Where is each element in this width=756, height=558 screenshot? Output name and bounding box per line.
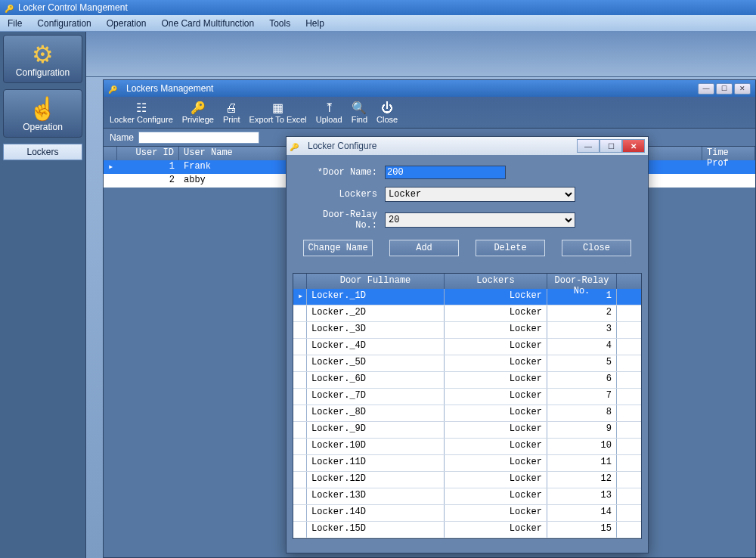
excel-icon: ▦	[249, 101, 307, 115]
child-toolbar: ☷ Locker Configure 🔑 Privilege 🖨 Print ▦…	[104, 97, 755, 129]
user-header-time: Time Prof	[702, 147, 755, 160]
user-header-id: User ID	[117, 147, 179, 160]
sidebar-item-label: Lockers	[26, 147, 58, 157]
child-title: Lockers Management	[126, 83, 213, 94]
delete-button[interactable]: Delete	[476, 240, 545, 256]
tool-locker-configure[interactable]: ☷ Locker Configure	[110, 101, 173, 124]
main-menubar: File Configuration Operation One Card Mu…	[0, 15, 756, 32]
door-table-header: Door Fullname Lockers Door-Relay No.	[293, 274, 641, 289]
menu-help[interactable]: Help	[305, 18, 324, 29]
sidebar-item-operation[interactable]: ☝️ Operation	[3, 89, 82, 138]
dialog-close-button[interactable]: ✕	[622, 139, 645, 153]
table-row[interactable]: Locker.13DLocker13	[293, 488, 641, 505]
door-name-input[interactable]	[385, 166, 506, 179]
app-icon	[5, 3, 14, 12]
sidebar-item-configuration[interactable]: ⚙ Configuration	[3, 35, 82, 83]
tool-export-excel[interactable]: ▦ Export To Excel	[249, 101, 307, 124]
dialog-title: Locker Configure	[308, 141, 376, 151]
door-header-lockers: Lockers	[445, 274, 547, 289]
tool-close[interactable]: ⏻ Close	[376, 101, 398, 124]
table-row[interactable]: Locker.12DLocker12	[293, 472, 641, 488]
table-row[interactable]: Locker._3DLocker3	[293, 322, 641, 339]
table-row[interactable]: Locker._9DLocker9	[293, 422, 641, 439]
door-table[interactable]: Door Fullname Lockers Door-Relay No. ▸Lo…	[293, 273, 642, 539]
tool-upload[interactable]: ⤒ Upload	[316, 101, 342, 124]
table-row[interactable]: Locker._8DLocker8	[293, 405, 641, 422]
relay-label: Door-Relay No.:	[302, 209, 377, 231]
upload-icon: ⤒	[316, 101, 342, 115]
power-icon: ⏻	[376, 101, 398, 115]
table-row[interactable]: Locker.14DLocker14	[293, 505, 641, 522]
minimize-button[interactable]: —	[698, 83, 714, 95]
tool-find[interactable]: 🔍 Find	[352, 101, 367, 124]
sidebar-item-label: Operation	[23, 122, 63, 132]
main-titlebar: Locker Control Mangement	[0, 0, 756, 15]
app-title: Locker Control Mangement	[18, 2, 128, 13]
dialog-titlebar[interactable]: Locker Configure — ☐ ✕	[287, 137, 648, 155]
menu-onecard[interactable]: One Card Multifunction	[161, 18, 254, 29]
relay-select[interactable]: 20	[385, 212, 575, 228]
dialog-maximize-button[interactable]: ☐	[600, 139, 622, 153]
menu-file[interactable]: File	[8, 18, 22, 29]
close-button-dialog[interactable]: Close	[562, 240, 631, 256]
table-row[interactable]: Locker._2DLocker2	[293, 305, 641, 322]
hand-icon: ☝️	[5, 96, 80, 122]
tool-print[interactable]: 🖨 Print	[223, 101, 240, 124]
table-row[interactable]: Locker._5DLocker5	[293, 355, 641, 372]
table-row[interactable]: Locker.16DLocker16	[293, 538, 641, 539]
grid-icon: ☷	[110, 101, 173, 115]
table-row[interactable]: Locker._6DLocker6	[293, 372, 641, 389]
print-icon: 🖨	[223, 101, 240, 115]
table-row[interactable]: Locker._7DLocker7	[293, 389, 641, 405]
table-row[interactable]: Locker.15DLocker15	[293, 522, 641, 538]
locker-configure-dialog: Locker Configure — ☐ ✕ *Door Name: Locke…	[286, 136, 649, 553]
sidebar-item-label: Configuration	[16, 67, 70, 78]
sidebar-item-lockers[interactable]: Lockers	[3, 144, 82, 160]
add-button[interactable]: Add	[389, 240, 459, 256]
menu-configuration[interactable]: Configuration	[37, 18, 91, 29]
gear-icon: ⚙	[5, 42, 80, 67]
dialog-minimize-button[interactable]: —	[577, 139, 600, 153]
sidebar: ⚙ Configuration ☝️ Operation Lockers	[0, 32, 86, 558]
child-titlebar[interactable]: Lockers Management — ☐ ✕	[104, 80, 755, 97]
door-name-label: *Door Name:	[302, 167, 377, 178]
door-header-name: Door Fullname	[307, 274, 445, 289]
search-icon: 🔍	[352, 101, 367, 115]
menu-operation[interactable]: Operation	[107, 18, 147, 29]
table-row[interactable]: Locker.10DLocker10	[293, 439, 641, 455]
maximize-button[interactable]: ☐	[716, 83, 733, 95]
menu-tools[interactable]: Tools	[269, 18, 290, 29]
door-header-relay: Door-Relay No.	[547, 274, 617, 289]
lockers-select[interactable]: Locker	[385, 187, 575, 202]
search-label: Name	[110, 132, 134, 143]
search-input[interactable]	[138, 132, 259, 144]
key-icon: 🔑	[182, 101, 214, 115]
lockers-label: Lockers	[302, 189, 377, 200]
table-row[interactable]: Locker.11DLocker11	[293, 455, 641, 472]
dialog-icon	[290, 141, 299, 150]
close-button[interactable]: ✕	[734, 83, 751, 95]
table-row[interactable]: Locker._4DLocker4	[293, 339, 641, 355]
tool-privilege[interactable]: 🔑 Privilege	[182, 101, 214, 124]
window-icon	[108, 84, 117, 93]
toolbar-background	[86, 32, 756, 77]
change-name-button[interactable]: Change Name	[303, 240, 373, 256]
